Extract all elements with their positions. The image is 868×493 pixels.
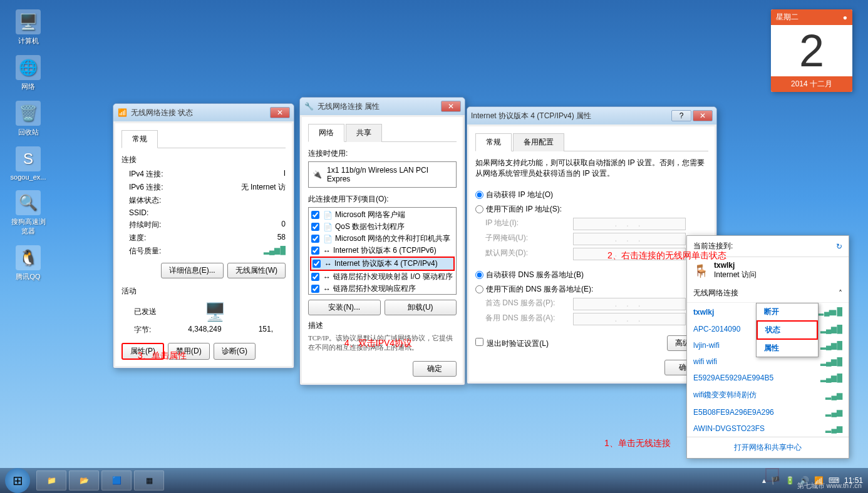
ip-address-input [573,218,686,230]
annotation-2: 2、右击连接的无线网单击状态 [607,250,726,262]
signal-icon: ▂▄▆ [825,424,842,433]
tab-sharing[interactable]: 共享 [346,124,382,142]
signal-icon: ▂▄▆ [825,391,842,400]
chevron-up-icon[interactable]: ˄ [839,289,842,298]
window-title: 无线网络连接 状态 [131,108,270,118]
signal-bars-icon: ▂▄▆█ [192,246,286,257]
taskbar-folder[interactable]: 📂 [69,470,99,490]
radio-auto-ip[interactable] [475,191,483,199]
list-item[interactable]: ↔链路层拓扑发现映射器 I/O 驱动程序 [310,271,455,283]
install-button[interactable]: 安装(N)... [308,300,381,315]
tab-network[interactable]: 网络 [308,124,344,142]
calendar-pin-icon: ● [843,13,847,22]
radio-manual-ip[interactable] [475,205,483,213]
taskbar-explorer[interactable]: 📁 [36,470,66,490]
calendar-month-year: 2014 十二月 [771,76,852,92]
tray-battery-icon[interactable]: 🔋 [785,476,795,485]
section-connection: 连接 [121,155,286,165]
details-button[interactable]: 详细信息(E)... [161,263,224,278]
desktop-icon-recycle[interactable]: 🗑️回收站 [9,101,47,137]
list-item[interactable]: ↔Internet 协议版本 6 (TCP/IPv6) [310,245,455,257]
context-properties[interactable]: 属性 [757,340,818,357]
current-network-name: txwlkj [714,261,757,270]
network-item[interactable]: AWIN-DVGSTO23FS▂▄▆ [687,420,849,437]
list-item[interactable]: 📄Microsoft 网络客户端 [310,209,455,221]
adapter-icon: 🔌 [313,170,322,179]
list-item-tcpipv4[interactable]: ↔Internet 协议版本 4 (TCP/IPv4) [310,257,455,271]
calendar-widget: 星期二● 2 2014 十二月 [771,9,852,92]
annotation-3: 3、单击属性 [138,350,187,362]
alternate-dns-input [573,313,686,325]
tab-general[interactable]: 常规 [121,130,158,148]
sogou-icon: S [16,146,41,171]
open-network-center-link[interactable]: 打开网络和共享中心 [734,443,802,452]
ok-button[interactable]: 确定 [413,361,457,377]
network-item[interactable]: E5929AE5929AE994B5▂▄▆█ [687,370,849,386]
activity-icon: 🖥️ [204,302,226,322]
window-title: Internet 协议版本 4 (TCP/IPv4) 属性 [471,111,671,121]
taskbar: ⊞ 📁 📂 🟦 ▦ ▴ 🏴 🔋 🔊 📶 ⌨ 11:51 [0,468,868,493]
close-button[interactable]: ✕ [441,101,461,112]
tray-flag-icon[interactable]: 🏴 [771,476,780,485]
desktop-icons: 🖥️计算机 🌐网络 🗑️回收站 Ssogou_ex... 🔍搜狗高速浏览器 🐧腾… [9,9,47,282]
preferred-dns-input [573,298,686,310]
desktop-icon-network[interactable]: 🌐网络 [9,55,47,91]
context-menu: 断开 状态 属性 [756,303,819,357]
taskbar-app2[interactable]: ▦ [134,470,164,490]
close-button[interactable]: ✕ [693,110,713,121]
adapter-box: 🔌 1x1 11b/g/n Wireless LAN PCI Expres [308,161,457,188]
properties-icon: 🔧 [304,101,314,111]
annotation-4: 4、双击IPV4协议 [344,338,412,349]
list-item[interactable]: 📄QoS 数据包计划程序 [310,221,455,233]
watermark: 第七城市 www.th7.cn [797,481,862,490]
context-disconnect[interactable]: 断开 [757,303,818,320]
refresh-icon[interactable]: ↻ [836,242,842,251]
titlebar[interactable]: 🔧 无线网络连接 属性 ✕ [300,98,465,115]
wireless-properties-button[interactable]: 无线属性(W) [227,263,286,278]
calendar-day: 2 [771,25,852,76]
bench-icon: 🪑 [693,263,709,278]
network-item[interactable]: wifi鑱变变韩绮剧仿▂▄▆ [687,386,849,404]
desktop-icon-qq[interactable]: 🐧腾讯QQ [9,245,47,282]
items-list[interactable]: 📄Microsoft 网络客户端 📄QoS 数据包计划程序 📄Microsoft… [308,207,457,295]
signal-icon: ▂▄▆█ [820,357,842,366]
current-network-status: Internet 访问 [714,270,757,280]
radio-manual-dns[interactable] [475,285,483,293]
subnet-mask-input [573,233,686,245]
validate-checkbox[interactable] [475,338,483,346]
computer-icon: 🖥️ [16,9,41,34]
help-button[interactable]: ? [671,110,691,121]
wifi-status-window: 📶 无线网络连接 状态 ✕ 常规 连接 IPv4 连接:I IPv6 连接:无 … [113,103,294,368]
tray-up-icon[interactable]: ▴ [762,476,766,485]
titlebar[interactable]: Internet 协议版本 4 (TCP/IPv4) 属性 ? ✕ [467,107,716,125]
network-item[interactable]: E5B08FE9A296E9A296▂▄▆ [687,404,849,420]
qq-icon: 🐧 [16,245,41,270]
taskbar-app[interactable]: 🟦 [101,470,132,490]
network-icon: 🌐 [16,55,41,80]
network-list[interactable]: txwlkj 已连接 ▂▄▆█ 断开 状态 属性 APC-2014090▂▄▆█… [687,303,849,437]
signal-icon: ▂▄▆ [825,408,842,417]
close-button[interactable]: ✕ [270,107,290,118]
diagnose-button[interactable]: 诊断(G) [214,343,256,360]
radio-auto-dns[interactable] [475,271,483,279]
tab-general[interactable]: 常规 [475,133,512,151]
list-item[interactable]: 📄Microsoft 网络的文件和打印机共享 [310,233,455,245]
context-status[interactable]: 状态 [757,320,818,340]
tab-alternate[interactable]: 备用配置 [513,133,564,151]
uninstall-button[interactable]: 卸载(U) [385,300,457,315]
section-activity: 活动 [121,286,286,297]
titlebar[interactable]: 📶 无线网络连接 状态 ✕ [113,104,294,121]
desktop-icon-computer[interactable]: 🖥️计算机 [9,9,47,46]
start-button[interactable]: ⊞ [5,468,30,493]
calendar-weekday: 星期二 [776,12,798,23]
desktop-icon-browser[interactable]: 🔍搜狗高速浏览器 [9,190,47,236]
network-flyout: 当前连接到: ↻ 🪑 txwlkj Internet 访问 无线网络连接 ˄ t… [686,235,849,459]
recycle-bin-icon: 🗑️ [16,101,41,126]
signal-icon: ▂▄▆█ [817,307,842,316]
desktop-icon-sogou[interactable]: Ssogou_ex... [9,146,47,181]
window-title: 无线网络连接 属性 [318,101,441,112]
signal-icon: ▂▄▆█ [820,374,842,382]
network-item-connected[interactable]: txwlkj 已连接 ▂▄▆█ 断开 状态 属性 [687,303,849,321]
browser-icon: 🔍 [16,190,41,215]
list-item[interactable]: ↔链路层拓扑发现响应程序 [310,283,455,295]
